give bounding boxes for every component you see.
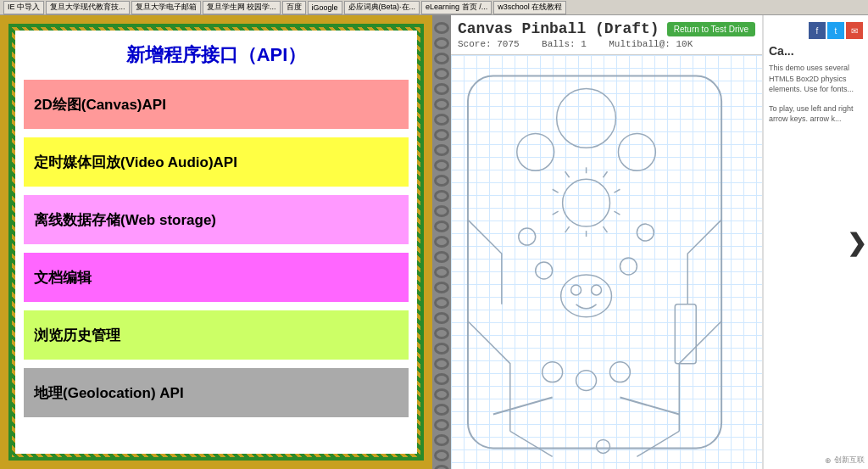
tab-baidu[interactable]: 百度 — [282, 1, 306, 14]
facebook-icon[interactable]: f — [809, 22, 826, 39]
return-test-drive-button[interactable]: Return to Test Drive — [667, 22, 755, 36]
watermark-logo: ⊕ — [825, 456, 832, 465]
svg-point-2 — [517, 133, 554, 170]
spiral-ring — [434, 266, 449, 278]
spiral-ring — [434, 37, 449, 49]
spiral-ring — [434, 282, 449, 293]
notebook: Return to Test Drive Canvas Pinball (Dra… — [432, 15, 763, 469]
svg-point-23 — [542, 362, 563, 382]
api-list: 2D绘图(Canvas)API 定时媒体回放(Video Audio)API 离… — [24, 80, 409, 426]
svg-line-14 — [565, 171, 570, 177]
api-item-canvas[interactable]: 2D绘图(Canvas)API — [24, 80, 409, 129]
pinball-stats: Score: 7075 Balls: 1 Multiball@: 10K — [458, 39, 755, 49]
notebook-canvas — [451, 55, 762, 469]
spiral-ring — [434, 358, 449, 370]
spiral-ring — [434, 22, 449, 34]
watermark: ⊕ 创新互联 — [825, 455, 865, 466]
arrow-icon[interactable]: ❯ — [847, 228, 866, 256]
right-panel: Return to Test Drive Canvas Pinball (Dra… — [432, 15, 868, 469]
api-item-history[interactable]: 浏览历史管理 — [24, 310, 409, 360]
svg-point-19 — [561, 275, 612, 317]
api-item-geo[interactable]: 地理(Geolocation) API — [24, 368, 409, 417]
svg-line-9 — [604, 226, 608, 232]
score-label: Score: — [458, 39, 492, 49]
ornate-frame: 新增程序接口（API） 2D绘图(Canvas)API 定时媒体回放(Video… — [8, 24, 424, 461]
spiral-ring — [434, 404, 449, 416]
spiral-ring — [434, 144, 449, 156]
tab-igoogle[interactable]: iGoogle — [308, 1, 342, 14]
balls-label: Balls: — [542, 39, 576, 49]
score-value: 7075 — [497, 39, 519, 49]
spiral-ring — [434, 419, 449, 431]
balls-value: 1 — [581, 39, 587, 49]
multiball-label: Multiball@: — [609, 39, 670, 49]
svg-point-15 — [519, 228, 536, 245]
svg-point-21 — [592, 285, 602, 295]
svg-line-13 — [553, 189, 559, 193]
spiral-ring — [434, 98, 449, 110]
tab-fudan3[interactable]: 复旦学生网 校园学... — [203, 1, 281, 14]
svg-point-17 — [536, 262, 553, 279]
svg-line-8 — [614, 211, 620, 215]
spiral-ring — [434, 68, 449, 80]
email-icon[interactable]: ✉ — [846, 22, 863, 39]
spiral-ring — [434, 449, 449, 461]
spiral-ring — [434, 114, 449, 126]
return-btn-label: Return to Test Drive — [674, 25, 748, 34]
spiral-ring — [434, 343, 449, 355]
svg-point-26 — [597, 439, 610, 453]
svg-rect-22 — [675, 304, 696, 364]
tab-fudan2[interactable]: 复旦大学电子邮箱 — [131, 1, 201, 14]
spiral-ring — [434, 159, 449, 171]
spiral-ring — [434, 83, 449, 95]
spiral-ring — [434, 388, 449, 400]
svg-line-7 — [614, 189, 620, 193]
svg-rect-0 — [468, 76, 721, 449]
main-content: 新增程序接口（API） 2D绘图(Canvas)API 定时媒体回放(Video… — [0, 15, 868, 469]
spiral-ring — [434, 175, 449, 187]
notebook-header: Return to Test Drive Canvas Pinball (Dra… — [451, 15, 762, 55]
svg-point-25 — [609, 362, 630, 382]
tab-elearning[interactable]: eLearning 首页 /... — [421, 1, 492, 14]
desc-paragraph1: This demo uses several HTML5 Box2D physi… — [769, 63, 863, 95]
api-item-storage[interactable]: 离线数据存储(Web storage) — [24, 195, 409, 244]
svg-line-12 — [553, 211, 559, 215]
spiral-ring — [434, 221, 449, 232]
svg-point-24 — [576, 371, 597, 391]
api-item-doc[interactable]: 文档编辑 — [24, 253, 409, 302]
spiral-ring — [434, 465, 449, 469]
spiral-ring — [434, 129, 449, 141]
spiral-ring — [434, 312, 449, 324]
spiral-ring — [434, 327, 449, 339]
twitter-icon[interactable]: t — [827, 22, 844, 39]
svg-point-18 — [620, 258, 637, 275]
description-panel: f t ✉ Ca... This demo uses several HTML5… — [763, 15, 868, 469]
desc-paragraph2: To play, use left and right arrow keys. … — [769, 103, 863, 125]
svg-point-16 — [637, 224, 654, 241]
watermark-text: 创新互联 — [834, 455, 865, 466]
spiral-ring — [434, 297, 449, 309]
svg-line-11 — [565, 226, 570, 232]
svg-point-4 — [563, 179, 610, 226]
multiball-value: 10K — [676, 39, 693, 49]
svg-point-3 — [618, 133, 655, 170]
svg-point-1 — [557, 89, 616, 148]
spiral-ring — [434, 205, 449, 217]
spiral-ring — [434, 53, 449, 64]
spiral-ring — [434, 236, 449, 248]
spiral-ring — [434, 434, 449, 446]
spiral-ring — [434, 373, 449, 385]
browser-toolbar: IE 中导入 复旦大学现代教育技... 复旦大学电子邮箱 复旦学生网 校园学..… — [0, 0, 868, 15]
tab-w3school[interactable]: w3school 在线教程 — [493, 1, 566, 14]
pinball-sketch — [451, 55, 762, 469]
tab-ie[interactable]: IE 中导入 — [3, 1, 44, 14]
spiral-binding — [432, 15, 451, 469]
tab-fudan1[interactable]: 复旦大学现代教育技... — [46, 1, 130, 14]
panel-title: 新增程序接口（API） — [24, 42, 409, 68]
spiral-ring — [434, 251, 449, 263]
tab-bing[interactable]: 必应词典(Beta)·在... — [344, 1, 420, 14]
api-item-video[interactable]: 定时媒体回放(Video Audio)API — [24, 137, 409, 187]
left-panel: 新增程序接口（API） 2D绘图(Canvas)API 定时媒体回放(Video… — [0, 15, 432, 469]
spiral-ring — [434, 190, 449, 202]
svg-line-6 — [604, 171, 608, 177]
